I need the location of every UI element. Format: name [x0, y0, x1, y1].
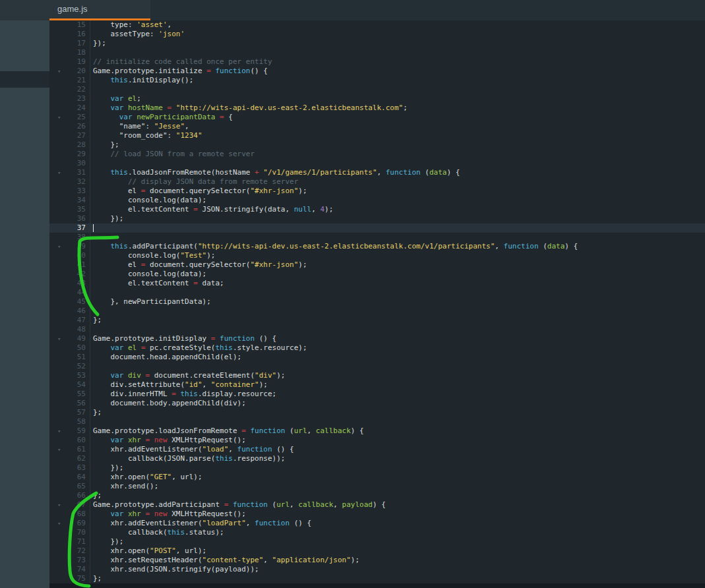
code-line[interactable]: 41 el = document.querySelector("#xhr-jso… [49, 260, 705, 270]
code-line[interactable]: 70 callback(this.status); [49, 528, 705, 537]
code-line[interactable]: 71 }); [49, 537, 705, 546]
sidebar [0, 0, 49, 588]
line-number: 74 [77, 565, 86, 573]
code-line[interactable]: ▾67Game.prototype.addParticipant = funct… [49, 500, 705, 510]
line-number: 29 [77, 150, 86, 158]
code-text: var newParticipantData = { [90, 113, 233, 122]
code-line[interactable]: 54 div.setAttribute("id", "container"); [49, 380, 705, 390]
fold-arrow-icon[interactable]: ▾ [57, 426, 61, 436]
code-line[interactable]: 43 el.textContent = data; [49, 279, 705, 288]
code-text: callback(JSON.parse(this.response)); [90, 454, 285, 463]
fold-arrow-icon[interactable]: ▾ [57, 334, 61, 343]
code-line[interactable]: 26 "name": "Jesse", [49, 122, 705, 131]
code-line[interactable]: ▾31 this.loadJsonFromRemote(hostName + "… [49, 168, 705, 177]
text-cursor [93, 224, 94, 232]
code-line[interactable]: 73 xhr.setRequestHeader("content-type", … [49, 556, 705, 565]
code-line[interactable]: 50 var el = pc.createStyle(this.style.re… [49, 343, 705, 353]
code-line[interactable]: 42 console.log(data); [49, 270, 705, 279]
code-line[interactable]: ▾20Game.prototype.initialize = function(… [49, 67, 705, 76]
code-line[interactable]: 16 assetType: 'json' [49, 30, 705, 39]
code-line[interactable]: 66}; [49, 491, 705, 500]
line-number: 64 [77, 473, 86, 481]
line-number: 24 [77, 103, 86, 112]
code-line[interactable]: 36 }); [49, 214, 705, 223]
code-text: assetType: 'json' [90, 30, 185, 39]
code-line[interactable]: 34 console.log(data); [49, 196, 705, 205]
code-text: }; [90, 574, 102, 583]
code-line[interactable]: ▾69 xhr.addEventListener("loadPart", fun… [49, 519, 705, 528]
code-line[interactable]: 55 div.innerHTML = this.display.resource… [49, 390, 705, 399]
code-line[interactable]: 23 var el; [49, 94, 705, 103]
line-gutter: 55 [49, 390, 90, 399]
code-line[interactable]: 46 [49, 307, 705, 316]
line-number: 30 [77, 159, 86, 167]
code-line[interactable]: 57}; [49, 408, 705, 417]
code-line[interactable]: 22 [49, 85, 705, 94]
line-number: 19 [77, 57, 86, 66]
code-line[interactable]: 28 }; [49, 140, 705, 150]
code-line[interactable]: 52 [49, 362, 705, 371]
code-line[interactable]: 37 [49, 223, 705, 233]
code-line[interactable]: 24 var hostName = "http://wits-api-dev.u… [49, 103, 705, 113]
code-line[interactable]: 74 xhr.send(JSON.stringify(payload)); [49, 565, 705, 574]
fold-arrow-icon[interactable]: ▾ [57, 168, 61, 177]
line-number: 38 [77, 233, 86, 241]
code-line[interactable]: 63 }); [49, 463, 705, 473]
code-line[interactable]: 72 xhr.open("POST", url); [49, 546, 705, 556]
code-line[interactable]: 38 [49, 233, 705, 242]
code-line[interactable]: 29 // load JSON from a remote server [49, 150, 705, 159]
code-line[interactable]: 65 xhr.send(); [49, 482, 705, 491]
fold-arrow-icon[interactable]: ▾ [57, 500, 61, 510]
code-line[interactable]: ▾49Game.prototype.initDisplay = function… [49, 334, 705, 343]
code-text [90, 48, 93, 57]
code-line[interactable]: 51 document.head.appendChild(el); [49, 353, 705, 362]
code-line[interactable]: 21 this.initDisplay(); [49, 76, 705, 85]
line-gutter: 64 [49, 473, 90, 482]
code-line[interactable]: 60 var xhr = new XMLHttpRequest(); [49, 436, 705, 445]
code-text: var div = document.createElement("div"); [90, 371, 285, 380]
code-line[interactable]: 62 callback(JSON.parse(this.response)); [49, 454, 705, 463]
code-line[interactable]: 48 [49, 325, 705, 334]
code-text: xhr.send(); [90, 482, 158, 491]
code-line[interactable]: 17}); [49, 39, 705, 48]
code-line[interactable]: 68 var xhr = new XMLHttpRequest(); [49, 510, 705, 519]
tab-game-js[interactable]: game.js [49, 0, 150, 20]
code-line[interactable]: 47}; [49, 316, 705, 325]
code-line[interactable]: 33 el = document.querySelector("#xhr-jso… [49, 187, 705, 196]
fold-arrow-icon[interactable]: ▾ [57, 113, 61, 122]
code-line[interactable]: 19// initialize code called once per ent… [49, 57, 705, 67]
line-number: 57 [77, 408, 86, 417]
line-gutter: 26 [49, 122, 90, 131]
code-text [90, 233, 93, 242]
code-line[interactable]: 40 console.log("Test"); [49, 251, 705, 260]
line-gutter: 35 [49, 205, 90, 214]
code-line[interactable]: 27 "room_code": "1234" [49, 131, 705, 140]
code-area[interactable]: 15 type: 'asset',16 assetType: 'json'17}… [49, 20, 705, 583]
line-number: 51 [77, 353, 86, 361]
line-gutter: ▾67 [49, 500, 90, 510]
code-line[interactable]: ▾61 xhr.addEventListener("load", functio… [49, 445, 705, 454]
code-line[interactable]: 32 // display JSON data from remote serv… [49, 177, 705, 187]
fold-arrow-icon[interactable]: ▾ [57, 67, 61, 76]
fold-arrow-icon[interactable]: ▾ [57, 519, 61, 528]
code-line[interactable]: ▾59Game.prototype.loadJsonFromRemote = f… [49, 426, 705, 436]
code-line[interactable]: 15 type: 'asset', [49, 20, 705, 30]
fold-arrow-icon[interactable]: ▾ [57, 242, 61, 251]
code-line[interactable]: 44 [49, 288, 705, 297]
code-line[interactable]: 56 document.body.appendChild(div); [49, 399, 705, 408]
code-line[interactable]: 30 [49, 159, 705, 168]
code-text [90, 417, 93, 426]
code-line[interactable]: ▾39 this.addParticipant("http://wits-api… [49, 242, 705, 251]
code-line[interactable]: 35 el.textContent = JSON.stringify(data,… [49, 205, 705, 214]
code-line[interactable]: 18 [49, 48, 705, 57]
line-gutter: ▾39 [49, 242, 90, 251]
sidebar-selected-item[interactable] [0, 71, 49, 88]
code-line[interactable]: 58 [49, 417, 705, 426]
code-editor-window: game.js 15 type: 'asset',16 assetType: '… [0, 0, 705, 588]
code-line[interactable]: 75}; [49, 574, 705, 583]
code-line[interactable]: ▾25 var newParticipantData = { [49, 113, 705, 122]
code-line[interactable]: 64 xhr.open("GET", url); [49, 473, 705, 482]
code-line[interactable]: 53 var div = document.createElement("div… [49, 371, 705, 380]
code-line[interactable]: 45 }, newParticipantData); [49, 297, 705, 307]
fold-arrow-icon[interactable]: ▾ [57, 445, 61, 454]
